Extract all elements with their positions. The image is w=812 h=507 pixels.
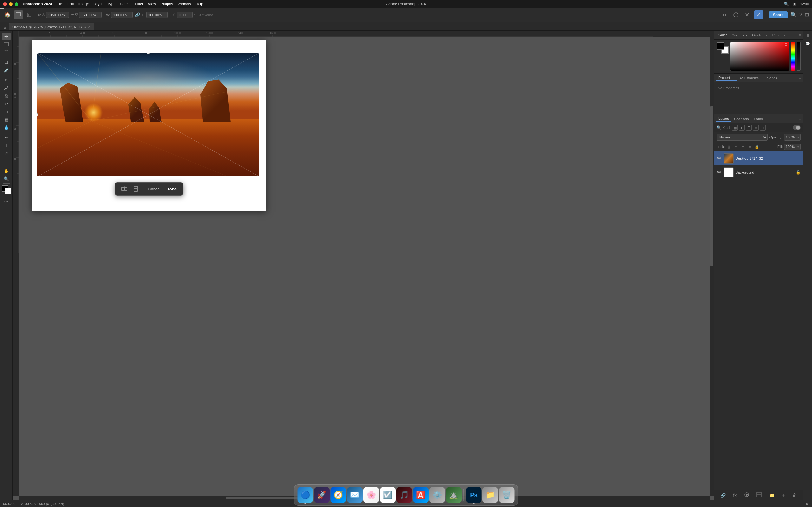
y-input[interactable]	[79, 12, 102, 18]
type-tool-icon[interactable]: T	[2, 141, 11, 149]
move-tool-icon[interactable]: ✛	[2, 33, 11, 40]
angle-input[interactable]	[177, 12, 193, 18]
left-toolbar: ✛ ⌒ 💉 ✳ 🖌 ⎘ ↩ ◻ ▦ 💧 ✒ T ↗ ▭ ✋ 🔍	[0, 31, 13, 253]
svg-rect-1	[27, 13, 31, 17]
flip-horizontal-icon[interactable]	[120, 185, 129, 193]
h-input[interactable]	[146, 12, 168, 18]
h-field-group: H:	[142, 12, 168, 18]
separator-2	[104, 12, 104, 18]
svg-rect-58	[134, 189, 137, 191]
toolbar-separator-2	[3, 75, 10, 75]
x-icon	[42, 13, 45, 16]
toolbar-separator-1	[3, 57, 10, 57]
menu-type[interactable]: Type	[105, 1, 117, 7]
svg-text:1400: 1400	[238, 32, 244, 35]
angle-icon: ∠	[172, 12, 176, 17]
chain-link-icon[interactable]: 🔗	[135, 12, 140, 17]
menu-photoshop[interactable]: Photoshop 2024	[21, 1, 54, 7]
menu-select[interactable]: Select	[118, 1, 132, 7]
menu-edit[interactable]: Edit	[65, 1, 76, 7]
svg-text:1200: 1200	[206, 32, 212, 35]
clouds	[82, 59, 215, 96]
y-icon	[75, 13, 78, 16]
tab-label: Untitled-1 @ 66.7% (Desktop 1717_32, RGB…	[12, 25, 86, 29]
rectangle-tool-icon[interactable]: ▭	[2, 159, 11, 167]
clone-stamp-icon[interactable]: ⎘	[2, 92, 11, 100]
canvas-area: 200 400 600 800 1000 1200 1400 1600	[13, 31, 406, 253]
w-label: W:	[106, 13, 110, 17]
tt-separator	[143, 186, 143, 192]
ground	[38, 118, 259, 176]
healing-brush-icon[interactable]: ✳	[2, 76, 11, 83]
home-icon[interactable]: 🏠	[3, 10, 12, 19]
done-button[interactable]: Done	[165, 186, 178, 192]
toolbar-separator-6	[3, 196, 10, 196]
x-label: X:	[38, 13, 41, 17]
sun	[84, 103, 103, 122]
degree-symbol: °	[194, 13, 195, 17]
traffic-lights	[3, 2, 18, 6]
svg-text:800: 800	[13, 157, 16, 161]
separator-4	[197, 12, 197, 18]
x-field-group: X:	[38, 12, 69, 18]
menu-view[interactable]: View	[146, 1, 158, 7]
background-color[interactable]	[5, 188, 11, 194]
gradient-tool-icon[interactable]: ▦	[2, 116, 11, 123]
rectangular-marquee-icon[interactable]	[14, 10, 23, 19]
toolbar-separator-5	[3, 183, 10, 184]
minimize-button[interactable]	[9, 2, 13, 6]
toolbar-separator-4	[3, 158, 10, 158]
svg-marker-4	[75, 14, 78, 16]
tab-close-icon[interactable]: ✕	[88, 25, 91, 29]
hand-tool-icon[interactable]: ✋	[2, 167, 11, 175]
svg-rect-56	[134, 186, 137, 188]
blur-tool-icon[interactable]: 💧	[2, 124, 11, 131]
more-tools-icon[interactable]: •••	[2, 197, 11, 205]
ruler-vertical: 200 400 600 800	[13, 31, 19, 253]
foreground-background-colors[interactable]	[2, 185, 11, 194]
options-toolbar: 🏠 X: Y: W: 🔗 H: ∠	[0, 8, 406, 22]
collapse-panel-icon[interactable]: «	[3, 25, 8, 31]
svg-text:800: 800	[143, 32, 148, 35]
angle-field-group: ∠ °	[172, 12, 195, 18]
menu-file[interactable]: File	[55, 1, 65, 7]
w-input[interactable]	[111, 12, 133, 18]
fixed-ratio-icon[interactable]	[25, 10, 34, 19]
selection-tool-icon[interactable]	[2, 41, 11, 48]
svg-text:600: 600	[13, 125, 16, 130]
menu-layer[interactable]: Layer	[91, 1, 105, 7]
svg-text:1600: 1600	[270, 32, 276, 35]
svg-text:200: 200	[48, 32, 53, 35]
svg-text:1000: 1000	[174, 32, 181, 35]
canvas-image[interactable]	[38, 53, 259, 176]
maximize-button[interactable]	[14, 2, 18, 6]
separator-3	[170, 12, 170, 18]
svg-text:400: 400	[80, 32, 85, 35]
crop-tool-icon[interactable]	[2, 58, 11, 66]
y-label: Y:	[71, 13, 74, 17]
path-selection-icon[interactable]: ↗	[2, 149, 11, 157]
menubar-title: Adobe Photoshop 2024	[386, 2, 406, 6]
anti-alias-label: Anti-alias	[199, 13, 213, 17]
toolbar-separator-3	[3, 132, 10, 132]
menu-help[interactable]: Help	[194, 1, 205, 7]
document-tab[interactable]: Untitled-1 @ 66.7% (Desktop 1717_32, RGB…	[9, 23, 94, 31]
y-field-group: Y:	[71, 12, 102, 18]
menu-window[interactable]: Window	[175, 1, 193, 7]
menu-image[interactable]: Image	[77, 1, 91, 7]
document-canvas[interactable]: Cancel Done	[32, 40, 266, 211]
lasso-tool-icon[interactable]: ⌒	[2, 49, 11, 56]
close-button[interactable]	[3, 2, 7, 6]
menu-plugins[interactable]: Plugins	[159, 1, 175, 7]
eraser-tool-icon[interactable]: ◻	[2, 108, 11, 115]
zoom-tool-icon[interactable]: 🔍	[2, 175, 11, 182]
menu-filter[interactable]: Filter	[133, 1, 145, 7]
history-brush-icon[interactable]: ↩	[2, 100, 11, 107]
pen-tool-icon[interactable]: ✒	[2, 133, 11, 141]
cancel-button[interactable]: Cancel	[147, 186, 162, 192]
eyedropper-tool-icon[interactable]: 💉	[2, 66, 11, 74]
flip-vertical-icon[interactable]	[132, 185, 140, 193]
brush-tool-icon[interactable]: 🖌	[2, 84, 11, 92]
x-input[interactable]	[46, 12, 69, 18]
svg-rect-2	[28, 14, 30, 16]
